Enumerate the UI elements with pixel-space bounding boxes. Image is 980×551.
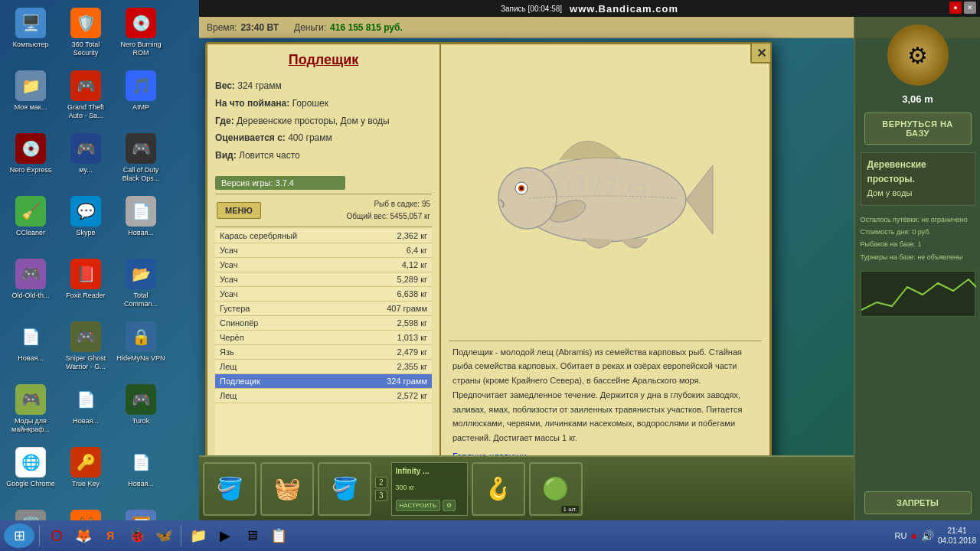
taskbar-icon-opera[interactable]: O: [44, 523, 69, 548]
desktop-icon-1[interactable]: 🛡️ 360 Total Security: [59, 4, 113, 65]
bandicam-close-btn[interactable]: ✕: [964, 2, 976, 14]
desktop-icon-16[interactable]: 🎮 Sniper Ghost Warrior - G...: [59, 318, 113, 379]
desktop-icon-6[interactable]: 💿 Nero Express: [4, 129, 57, 191]
taskbar-icon-app2[interactable]: 📋: [266, 523, 291, 548]
fish-list-item-0[interactable]: Карась серебряный 2,362 кг: [215, 229, 432, 243]
chart-svg: [861, 272, 976, 318]
taskbar-icon-play[interactable]: ▶: [213, 523, 237, 548]
desktop-icons-area: 🖥️ Компьютер 🛡️ 360 Total Security 💿 Ner…: [0, 0, 195, 520]
money-value: 416 155 815 руб.: [330, 22, 403, 33]
taskbar-icon-butterfly[interactable]: 🦋: [152, 523, 176, 548]
taskbar-icon-app1[interactable]: 🖥: [240, 523, 264, 548]
desktop-icon-19[interactable]: 📄 Новая...: [59, 380, 113, 442]
taskbar-icon-bug[interactable]: 🐞: [125, 523, 149, 548]
desktop-icon-label-4: Grand Theft Auto - Sa...: [61, 103, 111, 120]
fish-image-area: [449, 52, 762, 333]
desktop-icon-img-1: 🛡️: [70, 8, 101, 38]
desktop-icon-2[interactable]: 💿 Nero Burning ROM: [114, 4, 168, 65]
fish-list-item-3[interactable]: Усач 5,289 кг: [215, 272, 432, 287]
fish-list-item-4[interactable]: Усач 6,638 кг: [215, 287, 432, 302]
desktop: Запись [00:04:58] www.Bandicam.com ● ✕ В…: [0, 0, 980, 551]
fish-list-item-11[interactable]: Лещ 2,572 кг: [215, 389, 432, 403]
fish-list-item-5[interactable]: Густера 407 грамм: [215, 302, 432, 316]
desktop-icon-5[interactable]: 🎵 AIMP: [114, 67, 168, 128]
rod-info-box: Infinity ... 300 кг НАСТРОИТЬ ⚙: [391, 462, 468, 516]
stat-line1: Осталось путёвки: не ограничено: [861, 214, 975, 226]
taskbar-icon-firefox[interactable]: 🦊: [71, 523, 96, 548]
back-to-base-button[interactable]: ВЕРНУТЬСЯ НА БАЗУ: [864, 112, 972, 145]
desktop-icon-img-2: 💿: [126, 8, 156, 38]
bans-button[interactable]: ЗАПРЕТЫ: [864, 491, 972, 514]
fish-weight-1: 6,4 кг: [407, 246, 427, 255]
desktop-icon-label-19: Новая...: [73, 417, 99, 425]
inventory-slot-cauldron[interactable]: 🪣: [203, 462, 256, 516]
inventory-slot-bucket[interactable]: 🪣: [318, 462, 371, 516]
desktop-icon-17[interactable]: 🔒 HideMyNa VPN: [114, 318, 168, 379]
fish-list-item-6[interactable]: Спинопёр 2,598 кг: [215, 316, 432, 331]
desktop-icon-18[interactable]: 🎮 Моды для майнкраф...: [4, 380, 57, 442]
desktop-icon-7[interactable]: 🎮 му...: [59, 129, 113, 191]
desktop-icon-11[interactable]: 📄 Новая...: [114, 192, 168, 253]
inventory-slot-hook[interactable]: 🪝: [472, 462, 525, 516]
stats-info: Осталось путёвки: не ограничено Стоимост…: [861, 214, 975, 263]
bandicam-recording: Запись [00:04:58]: [501, 5, 562, 13]
location-sub: Дом у воды: [867, 187, 969, 201]
desktop-icon-label-16: Sniper Ghost Warrior - G...: [61, 354, 111, 371]
dialog-close-btn[interactable]: ✕: [750, 42, 772, 64]
desktop-icon-14[interactable]: 📂 Total Comman...: [114, 255, 168, 316]
fish-name-8: Язь: [220, 347, 234, 357]
fish-list-item-10[interactable]: Подлещик 324 грамм: [215, 374, 432, 389]
taskbar: ⊞ O 🦊 Я 🐞 🦋 📁 ▶ 🖥 📋 RU ● 🔊 21:41 04.01.2…: [0, 520, 980, 551]
rod-extra-btn[interactable]: ⚙: [443, 500, 456, 511]
bandicam-title: www.Bandicam.com: [570, 3, 678, 15]
desktop-icon-22[interactable]: 🔑 True Key: [59, 443, 113, 504]
fish-list[interactable]: Карась серебряный 2,362 кг Усач 6,4 кг У…: [215, 229, 432, 468]
desktop-icon-label-23: Новая...: [128, 480, 154, 488]
rod-name: Infinity ...: [396, 467, 463, 475]
desktop-icon-23[interactable]: 📄 Новая...: [114, 443, 168, 504]
taskbar-clock: 21:41 04.01.2018: [938, 526, 976, 546]
stat-line4: Турниры на базе: не объявлены: [861, 251, 975, 263]
fish-list-item-1[interactable]: Усач 6,4 кг: [215, 243, 432, 258]
fish-name-7: Черёп: [220, 333, 244, 342]
location-info: Деревенские просторы. Дом у воды: [861, 152, 975, 206]
taskbar-separator-2: [181, 525, 181, 546]
desktop-icon-label-13: Foxit Reader: [66, 292, 106, 300]
fish-weight-0: 2,362 кг: [397, 231, 427, 240]
desktop-icon-10[interactable]: 💬 Skype: [59, 192, 113, 253]
desktop-icon-8[interactable]: 🎮 Call of Duty Black Ops...: [114, 129, 168, 191]
menu-button[interactable]: МЕНЮ: [217, 202, 261, 219]
desktop-icon-3[interactable]: 📁 Моя мак...: [4, 67, 57, 128]
fish-list-item-9[interactable]: Лещ 2,355 кг: [215, 360, 432, 374]
start-button[interactable]: ⊞: [4, 523, 34, 548]
desktop-icon-12[interactable]: 🎮 Old-Old-th...: [4, 255, 57, 316]
desktop-icon-0[interactable]: 🖥️ Компьютер: [4, 4, 57, 65]
desktop-icon-21[interactable]: 🌐 Google Chrome: [4, 443, 57, 504]
desktop-icon-label-15: Новая...: [18, 354, 44, 363]
bandicam-rec-btn[interactable]: ●: [949, 2, 962, 14]
fish-list-item-8[interactable]: Язь 2,479 кг: [215, 345, 432, 360]
dialog-right-panel: Подлещик - молодой лещ (Abramis) из семе…: [441, 44, 769, 476]
taskbar-icon-yandex[interactable]: Я: [98, 523, 122, 548]
desktop-icon-img-5: 🎵: [126, 70, 156, 101]
inventory-slot-basket[interactable]: 🧺: [260, 462, 314, 516]
desktop-icon-20[interactable]: 🎮 Turok: [114, 380, 168, 442]
fish-weight-9: 2,355 кг: [397, 362, 427, 371]
bandicam-bar: Запись [00:04:58] www.Bandicam.com ● ✕: [199, 0, 980, 17]
time-label: Время:: [207, 22, 237, 33]
stat-line3: Рыбаков на базе: 1: [861, 238, 975, 250]
type-value: Ловится часто: [239, 150, 300, 161]
fish-description-text: Подлещик - молодой лещ (Abramis) из семе…: [452, 347, 742, 442]
fish-list-item-7[interactable]: Черёп 1,013 кг: [215, 331, 432, 345]
chart-area: [861, 271, 975, 317]
inventory-slot-peas[interactable]: 🟢 1 шт.: [529, 462, 583, 516]
where-label: Где:: [215, 116, 234, 126]
desktop-icon-15[interactable]: 📄 Новая...: [4, 318, 57, 379]
desktop-icon-4[interactable]: 🎮 Grand Theft Auto - Sa...: [59, 67, 113, 128]
configure-button[interactable]: НАСТРОИТЬ: [396, 500, 441, 511]
desktop-icon-13[interactable]: 📕 Foxit Reader: [59, 255, 113, 316]
fish-list-item-2[interactable]: Усач 4,12 кг: [215, 258, 432, 272]
desktop-icon-9[interactable]: 🧹 CCleaner: [4, 192, 57, 253]
money-label: Деньги:: [294, 22, 326, 33]
taskbar-icon-folder[interactable]: 📁: [186, 523, 211, 548]
